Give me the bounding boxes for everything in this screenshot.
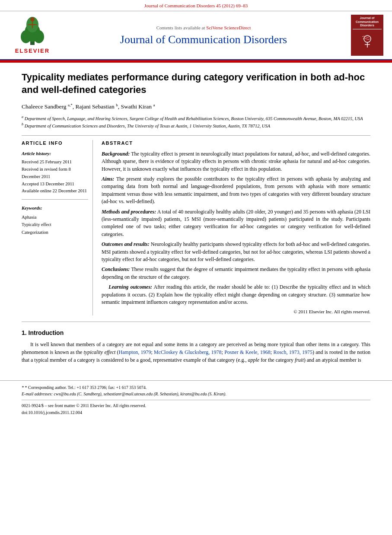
intro-paragraph: It is well known that members of a categ…: [22, 341, 370, 364]
abstract-conclusions: Conclusions: These results suggest that …: [102, 266, 370, 281]
left-column: ARTICLE INFO Article history: Received 2…: [22, 140, 93, 315]
hampton-ref[interactable]: Hampton, 1979: [119, 349, 151, 355]
page-footer: * * Corresponding author. Tel.: +1 617 3…: [0, 380, 392, 419]
rosch-ref[interactable]: Rosch, 1973, 1975: [273, 349, 312, 355]
author-kiran: Swathi Kiran a: [121, 103, 155, 110]
keyword-1: Aphasia: [22, 213, 88, 221]
svg-point-3: [34, 30, 44, 43]
journal-title-header: Journal of Communication Disorders: [61, 33, 347, 46]
aims-label: Aims:: [102, 176, 114, 182]
section-divider: [22, 135, 370, 136]
svg-point-2: [21, 30, 31, 43]
main-content: Typicality mediates performance during c…: [0, 63, 392, 376]
revised-date: Received in revised form 8 December 2011: [22, 166, 88, 181]
intro-title: 1. Introduction: [22, 329, 370, 338]
posner-ref[interactable]: Posner & Keele, 1968: [224, 349, 271, 355]
elsevier-tree-icon: [15, 16, 50, 46]
issn-text: 0021-9924/$ – see front matter © 2011 El…: [22, 403, 146, 409]
background-text: The typicality effect is present in neur…: [102, 151, 370, 172]
abstract-aims: Aims: The present study explores the pos…: [102, 175, 370, 206]
conclusions-label: Conclusions:: [102, 266, 130, 272]
elsevier-brand-text: ELSEVIER: [15, 47, 50, 55]
background-label: Background:: [102, 151, 130, 157]
learning-label: Learning outcomes:: [108, 284, 152, 290]
abstract-heading: ABSTRACT: [102, 140, 370, 146]
journal-top-bar: Journal of Communication Disorders 45 (2…: [0, 0, 392, 11]
author-sebastian: Rajani Sebastian b,: [75, 103, 121, 110]
article-title: Typicality mediates performance during c…: [22, 71, 370, 96]
cover-title: Journal ofCommunicationDisorders: [356, 16, 379, 27]
introduction-section: 1. Introduction It is well known that me…: [22, 329, 370, 364]
sciverse-line: Contents lists available at SciVerse Sci…: [61, 25, 347, 31]
accepted-date: Accepted 13 December 2011: [22, 181, 88, 188]
cover-icon: [359, 32, 376, 50]
doi-text: doi:10.1016/j.jcomdis.2011.12.004: [22, 410, 82, 416]
keywords-section: Keywords: Aphasia Typicality effect Cate…: [22, 205, 88, 236]
affiliation-a: a Department of Speech, Language, and He…: [22, 115, 370, 122]
author-sandberg: Chaleece Sandberg a,*,: [22, 103, 75, 110]
abstract-background: Background: The typicality effect is pre…: [102, 150, 370, 173]
affiliations: a Department of Speech, Language, and He…: [22, 115, 370, 130]
keywords-label: Keywords:: [22, 205, 88, 211]
right-column: ABSTRACT Background: The typicality effe…: [102, 140, 370, 315]
footer-divider: [22, 400, 370, 400]
received-date: Received 25 February 2011: [22, 159, 88, 166]
abstract-learning: Learning outcomes: After reading this ar…: [102, 283, 370, 306]
page: Journal of Communication Disorders 45 (2…: [0, 0, 392, 535]
cover-divider: [353, 29, 382, 29]
footer-doi: doi:10.1016/j.jcomdis.2011.12.004: [22, 410, 370, 416]
article-history-label: Article history:: [22, 150, 88, 157]
outcomes-label: Outcomes and results:: [102, 241, 150, 247]
copyright: © 2011 Elsevier Inc. All rights reserved…: [102, 309, 370, 315]
sciverse-link[interactable]: SciVerse ScienceDirect: [206, 25, 251, 30]
svg-point-5: [30, 17, 35, 22]
intro-divider: [22, 322, 370, 322]
header-middle: Contents lists available at SciVerse Sci…: [56, 25, 351, 47]
header-section: ELSEVIER Contents lists available at Sci…: [0, 11, 392, 60]
keyword-3: Categorization: [22, 229, 88, 236]
keyword-2: Typicality effect: [22, 221, 88, 229]
article-dates: Received 25 February 2011 Received in re…: [22, 159, 88, 195]
elsevier-logo: ELSEVIER: [9, 16, 56, 55]
affiliation-b: b Department of Communication Sciences a…: [22, 122, 370, 129]
footer-bottom: 0021-9924/$ – see front matter © 2011 El…: [22, 403, 370, 409]
abstract-outcomes: Outcomes and results: Neurologically hea…: [102, 241, 370, 263]
article-info-heading: ARTICLE INFO: [22, 140, 88, 146]
journal-reference: Journal of Communication Disorders 45 (2…: [144, 3, 248, 8]
mccloskey-ref[interactable]: McCloskey & Glucksberg, 1978: [154, 349, 221, 355]
footnote-star: * * Corresponding author. Tel.: +1 617 3…: [22, 384, 370, 397]
available-date: Available online 22 December 2011: [22, 188, 88, 195]
keywords-divider: [22, 199, 88, 200]
aims-text: The present study explores the possible …: [102, 176, 370, 204]
journal-cover: Journal ofCommunicationDisorders: [351, 15, 383, 56]
methods-label: Methods and procedures:: [102, 209, 156, 215]
typicality-effect-text: typicality effect: [84, 349, 116, 355]
authors: Chaleece Sandberg a,*, Rajani Sebastian …: [22, 102, 370, 111]
two-col-layout: ARTICLE INFO Article history: Received 2…: [22, 140, 370, 315]
abstract-methods: Methods and procedures: A total of 40 ne…: [102, 208, 370, 239]
conclusions-text: These results suggest that the degree of…: [102, 266, 370, 280]
